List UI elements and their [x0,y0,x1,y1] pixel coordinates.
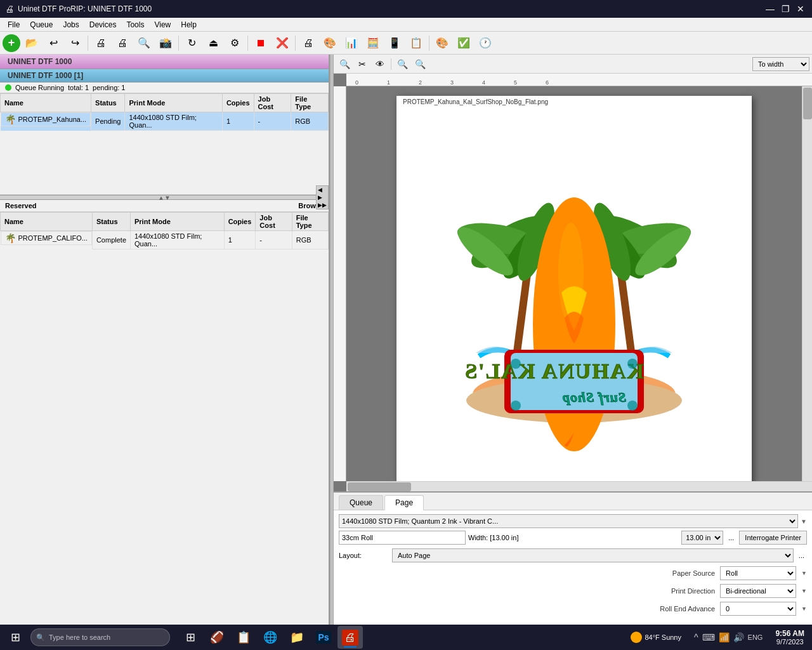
color-adjust-row: Color Adjust [339,620,807,625]
reserved-label: Reserved [5,202,37,209]
roll-dots-btn[interactable]: ... [726,534,737,541]
roll-end-advance-label: Roll End Advance [639,605,715,613]
zoom-in-button[interactable]: 🔍 [336,56,353,72]
scan-button[interactable]: 🔍 [134,34,154,53]
taskbar-app-widgets[interactable]: ⊞ [178,626,203,649]
volume-icon[interactable]: 🔊 [733,632,744,642]
settings-button[interactable]: ⚙ [225,34,245,53]
lower-col-job-cost: Job Cost [256,213,292,231]
layout-label: Layout: [339,552,390,559]
clock-area[interactable]: 9:56 AM 9/7/2023 [770,629,809,646]
vertical-scrollbar[interactable] [802,86,812,481]
tab-queue[interactable]: Queue [339,495,383,510]
chevron-up-icon[interactable]: ^ [694,632,698,642]
roll-end-advance-row: Roll End Advance 0 1 2 5 ▼ [339,602,807,616]
taskbar-search[interactable]: 🔍 Type here to search [30,628,170,646]
lower-col-file-type: File Type [292,213,328,231]
interrogate-printer-button[interactable]: Interrogate Printer [739,531,807,545]
queue-tab-main-label: UNINET DTF 1000 [8,57,72,66]
svg-point-23 [511,401,521,411]
eye-button[interactable]: 👁 [372,56,388,72]
paint-button[interactable]: 🎨 [432,34,452,53]
tab-page[interactable]: Page [384,495,424,510]
add-job-button[interactable]: + [3,34,20,52]
device-button[interactable]: 📱 [384,34,405,53]
layout-select[interactable]: Auto Page [392,548,794,562]
scrollbar-thumb-h[interactable] [348,482,411,491]
layout-row: Layout: Auto Page ... [339,548,807,562]
capture-button[interactable]: 📸 [155,34,176,53]
taskbar-app-photoshop[interactable]: Ps [311,626,336,649]
layout-dots-btn[interactable]: ... [796,552,807,559]
taskbar-app-football[interactable]: 🏈 [204,626,230,649]
undo-button[interactable]: ↩ [43,34,63,53]
maximize-button[interactable]: ❐ [779,3,792,15]
collapse-double-arrow[interactable]: ▶▶ [317,201,328,209]
network-icon[interactable]: 📶 [719,632,730,642]
col-file-type: File Type [291,94,329,112]
open-button[interactable]: 📂 [22,34,42,53]
canvas-scroll-area[interactable]: PROTEMP_Kahuna_Kal_SurfShop_NoBg_Flat.pn… [346,86,802,481]
zoom-fit-button[interactable]: 🔍 [394,56,410,72]
print-button[interactable]: 🖨 [112,34,133,53]
table-row[interactable]: 🌴 PROTEMP_CALIFO... Complete 1440x1080 S… [1,231,329,249]
redo-button[interactable]: ↪ [65,34,85,53]
clock-time: 9:56 AM [775,629,804,638]
roll-end-advance-select[interactable]: 0 1 2 5 [720,602,796,616]
horizontal-scrollbar[interactable] [346,481,812,491]
queue-tab-sub[interactable]: UNINET DTF 1000 [1] [0,69,329,83]
taskbar-right: 84°F Sunny ^ ⌨ 📶 🔊 ENG 9:56 AM 9/7/2023 [625,629,809,646]
layout-button[interactable]: 📋 [406,34,426,53]
taskbar-app-rip[interactable]: 🖨 [337,626,363,649]
minimize-button[interactable]: — [764,3,776,15]
scrollbar-thumb-v[interactable] [803,88,812,119]
vertical-splitter[interactable]: ▲ ▼ [0,195,329,200]
print-direction-select[interactable]: Bi-directional Uni-directional [720,584,796,598]
paper-source-select[interactable]: Roll Sheet Cut Sheet [720,566,796,580]
split-arrow-down: ▼ [164,194,171,201]
taskbar-app-tasklist[interactable]: 📋 [231,626,256,649]
close-button[interactable]: ✕ [794,3,807,15]
menu-help[interactable]: Help [176,19,202,30]
collapse-down-arrow[interactable]: ▶ [317,194,328,201]
right-panel: 🔍 ✂ 👁 🔍 🔍 To width 25% 50% 75% 100% 150%… [334,55,812,625]
calc-button[interactable]: 🧮 [363,34,383,53]
print-direction-arrow: ▼ [801,588,807,594]
start-button[interactable]: ⊞ [3,627,28,647]
football-icon: 🏈 [210,630,224,644]
zoom-select[interactable]: To width 25% 50% 75% 100% 150% 200% [752,57,809,71]
menu-view[interactable]: View [149,19,176,30]
collapse-up-arrow[interactable]: ◀ [317,186,328,194]
rotate-button[interactable]: ↻ [181,34,202,53]
print-setup-button[interactable]: 🖨 [91,34,111,53]
clock-button[interactable]: 🕐 [475,34,495,53]
side-collapse-buttons[interactable]: ◀ ▶ ▶▶ [316,185,329,209]
check-button[interactable]: ✅ [454,34,474,53]
roll-name-input[interactable] [339,531,466,545]
menu-devices[interactable]: Devices [84,19,122,30]
queue-print-button[interactable]: 🖨 [298,34,318,53]
taskbar-app-chrome[interactable]: 🌐 [258,626,283,649]
cancel-button[interactable]: ❌ [272,34,292,53]
crop-button[interactable]: ✂ [354,56,370,72]
menu-tools[interactable]: Tools [121,19,149,30]
printer-profile-select[interactable]: 1440x1080 STD Film; Quantum 2 Ink - Vibr… [339,514,798,528]
roll-width-select[interactable]: 13.00 in [681,531,723,545]
rip-print-button[interactable]: 📊 [341,34,362,53]
ruler-tick-3: 3 [450,79,454,86]
stop-button[interactable]: ⏹ [251,34,271,53]
keyboard-icon[interactable]: ⌨ [702,632,715,642]
taskbar-app-files[interactable]: 📁 [284,626,310,649]
menu-jobs[interactable]: Jobs [58,19,84,30]
roll-row: Width: [13.00 in] 13.00 in ... Interroga… [339,531,807,545]
eject-button[interactable]: ⏏ [203,34,223,53]
table-row[interactable]: 🌴 PROTEMP_Kahuna... Pending 1440x1080 ST… [1,112,329,131]
col-print-mode: Print Mode [125,94,222,112]
menu-queue[interactable]: Queue [25,19,58,30]
canvas-container: 0 1 2 3 4 5 6 [334,74,812,491]
color-mgmt-button[interactable]: 🎨 [320,34,340,53]
queue-tab-main[interactable]: UNINET DTF 1000 [0,55,329,69]
menu-file[interactable]: File [3,19,25,30]
zoom-actual-button[interactable]: 🔍 [412,56,428,72]
lower-table-container: Name Status Print Mode Copies Job Cost F… [0,212,329,625]
